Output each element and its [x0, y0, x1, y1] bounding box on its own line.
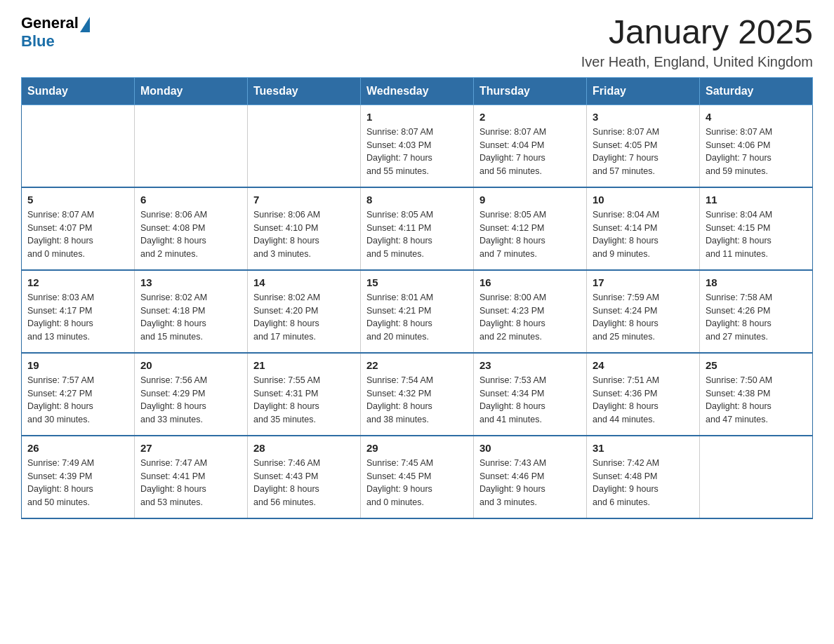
day-info: Sunrise: 7:43 AMSunset: 4:46 PMDaylight:…	[479, 457, 581, 509]
calendar-cell: 14Sunrise: 8:02 AMSunset: 4:20 PMDayligh…	[248, 270, 361, 353]
calendar-cell	[135, 105, 248, 187]
calendar-cell: 10Sunrise: 8:04 AMSunset: 4:14 PMDayligh…	[587, 187, 700, 270]
logo-general-text: General	[21, 14, 79, 32]
day-number: 9	[479, 194, 581, 206]
calendar-cell: 4Sunrise: 8:07 AMSunset: 4:06 PMDaylight…	[700, 105, 813, 187]
day-number: 17	[593, 276, 694, 288]
weekday-header-wednesday: Wednesday	[361, 77, 474, 105]
day-number: 2	[479, 111, 581, 123]
logo-blue-text: Blue	[21, 32, 55, 51]
calendar-cell: 26Sunrise: 7:49 AMSunset: 4:39 PMDayligh…	[22, 436, 135, 518]
day-info: Sunrise: 8:06 AMSunset: 4:08 PMDaylight:…	[140, 208, 241, 261]
day-info: Sunrise: 7:42 AMSunset: 4:48 PMDaylight:…	[593, 457, 694, 509]
day-number: 27	[140, 442, 241, 454]
calendar-cell: 5Sunrise: 8:07 AMSunset: 4:07 PMDaylight…	[22, 187, 135, 270]
calendar-cell: 7Sunrise: 8:06 AMSunset: 4:10 PMDaylight…	[248, 187, 361, 270]
calendar-cell: 16Sunrise: 8:00 AMSunset: 4:23 PMDayligh…	[474, 270, 587, 353]
weekday-header-friday: Friday	[587, 77, 700, 105]
calendar-week-row: 5Sunrise: 8:07 AMSunset: 4:07 PMDaylight…	[22, 187, 813, 270]
calendar-week-row: 1Sunrise: 8:07 AMSunset: 4:03 PMDaylight…	[22, 105, 813, 187]
day-info: Sunrise: 7:59 AMSunset: 4:24 PMDaylight:…	[593, 291, 694, 344]
calendar-cell	[248, 105, 361, 187]
weekday-header-monday: Monday	[135, 77, 248, 105]
day-info: Sunrise: 8:06 AMSunset: 4:10 PMDaylight:…	[253, 208, 355, 261]
day-info: Sunrise: 7:50 AMSunset: 4:38 PMDaylight:…	[706, 374, 807, 427]
day-info: Sunrise: 8:05 AMSunset: 4:11 PMDaylight:…	[366, 208, 468, 261]
calendar-cell: 8Sunrise: 8:05 AMSunset: 4:11 PMDaylight…	[361, 187, 474, 270]
day-number: 11	[706, 194, 807, 206]
calendar-cell: 11Sunrise: 8:04 AMSunset: 4:15 PMDayligh…	[700, 187, 813, 270]
day-number: 13	[140, 276, 241, 288]
day-number: 21	[253, 359, 355, 371]
day-info: Sunrise: 7:51 AMSunset: 4:36 PMDaylight:…	[593, 374, 694, 427]
calendar-week-row: 26Sunrise: 7:49 AMSunset: 4:39 PMDayligh…	[22, 436, 813, 518]
calendar-cell	[700, 436, 813, 518]
day-info: Sunrise: 7:49 AMSunset: 4:39 PMDaylight:…	[27, 457, 128, 509]
day-number: 29	[366, 442, 468, 454]
calendar-cell: 15Sunrise: 8:01 AMSunset: 4:21 PMDayligh…	[361, 270, 474, 353]
day-info: Sunrise: 8:07 AMSunset: 4:04 PMDaylight:…	[479, 126, 581, 178]
calendar-cell: 28Sunrise: 7:46 AMSunset: 4:43 PMDayligh…	[248, 436, 361, 518]
weekday-header-tuesday: Tuesday	[248, 77, 361, 105]
calendar-cell: 13Sunrise: 8:02 AMSunset: 4:18 PMDayligh…	[135, 270, 248, 353]
calendar-week-row: 19Sunrise: 7:57 AMSunset: 4:27 PMDayligh…	[22, 353, 813, 436]
day-number: 31	[593, 442, 694, 454]
calendar-cell: 6Sunrise: 8:06 AMSunset: 4:08 PMDaylight…	[135, 187, 248, 270]
day-info: Sunrise: 8:03 AMSunset: 4:17 PMDaylight:…	[27, 291, 128, 344]
day-number: 23	[479, 359, 581, 371]
calendar-cell: 24Sunrise: 7:51 AMSunset: 4:36 PMDayligh…	[587, 353, 700, 436]
calendar-cell: 3Sunrise: 8:07 AMSunset: 4:05 PMDaylight…	[587, 105, 700, 187]
day-number: 24	[593, 359, 694, 371]
day-number: 8	[366, 194, 468, 206]
day-number: 7	[253, 194, 355, 206]
calendar-cell: 30Sunrise: 7:43 AMSunset: 4:46 PMDayligh…	[474, 436, 587, 518]
day-number: 30	[479, 442, 581, 454]
day-number: 14	[253, 276, 355, 288]
calendar-cell: 27Sunrise: 7:47 AMSunset: 4:41 PMDayligh…	[135, 436, 248, 518]
calendar-title-block: January 2025 Iver Heath, England, United…	[581, 14, 813, 70]
day-info: Sunrise: 7:46 AMSunset: 4:43 PMDaylight:…	[253, 457, 355, 509]
calendar-table: SundayMondayTuesdayWednesdayThursdayFrid…	[21, 77, 813, 519]
day-info: Sunrise: 8:01 AMSunset: 4:21 PMDaylight:…	[366, 291, 468, 344]
day-number: 18	[706, 276, 807, 288]
day-number: 12	[27, 276, 128, 288]
calendar-cell	[22, 105, 135, 187]
weekday-header-thursday: Thursday	[474, 77, 587, 105]
day-info: Sunrise: 7:54 AMSunset: 4:32 PMDaylight:…	[366, 374, 468, 427]
day-number: 10	[593, 194, 694, 206]
logo: General Blue	[21, 14, 90, 51]
day-info: Sunrise: 8:02 AMSunset: 4:18 PMDaylight:…	[140, 291, 241, 344]
calendar-cell: 1Sunrise: 8:07 AMSunset: 4:03 PMDaylight…	[361, 105, 474, 187]
calendar-header-row: SundayMondayTuesdayWednesdayThursdayFrid…	[22, 77, 813, 105]
weekday-header-sunday: Sunday	[22, 77, 135, 105]
day-number: 16	[479, 276, 581, 288]
day-number: 25	[706, 359, 807, 371]
calendar-cell: 12Sunrise: 8:03 AMSunset: 4:17 PMDayligh…	[22, 270, 135, 353]
day-info: Sunrise: 8:07 AMSunset: 4:03 PMDaylight:…	[366, 126, 468, 178]
calendar-cell: 21Sunrise: 7:55 AMSunset: 4:31 PMDayligh…	[248, 353, 361, 436]
day-info: Sunrise: 8:00 AMSunset: 4:23 PMDaylight:…	[479, 291, 581, 344]
day-number: 5	[27, 194, 128, 206]
weekday-header-saturday: Saturday	[700, 77, 813, 105]
day-info: Sunrise: 7:57 AMSunset: 4:27 PMDaylight:…	[27, 374, 128, 427]
calendar-cell: 25Sunrise: 7:50 AMSunset: 4:38 PMDayligh…	[700, 353, 813, 436]
calendar-cell: 2Sunrise: 8:07 AMSunset: 4:04 PMDaylight…	[474, 105, 587, 187]
day-number: 15	[366, 276, 468, 288]
day-info: Sunrise: 7:58 AMSunset: 4:26 PMDaylight:…	[706, 291, 807, 344]
day-info: Sunrise: 7:45 AMSunset: 4:45 PMDaylight:…	[366, 457, 468, 509]
day-info: Sunrise: 7:53 AMSunset: 4:34 PMDaylight:…	[479, 374, 581, 427]
calendar-title: January 2025	[581, 14, 813, 51]
day-info: Sunrise: 8:04 AMSunset: 4:15 PMDaylight:…	[706, 208, 807, 261]
day-info: Sunrise: 7:47 AMSunset: 4:41 PMDaylight:…	[140, 457, 241, 509]
day-info: Sunrise: 8:05 AMSunset: 4:12 PMDaylight:…	[479, 208, 581, 261]
calendar-cell: 22Sunrise: 7:54 AMSunset: 4:32 PMDayligh…	[361, 353, 474, 436]
calendar-cell: 18Sunrise: 7:58 AMSunset: 4:26 PMDayligh…	[700, 270, 813, 353]
day-info: Sunrise: 8:04 AMSunset: 4:14 PMDaylight:…	[593, 208, 694, 261]
day-number: 22	[366, 359, 468, 371]
logo-triangle-icon	[80, 17, 90, 32]
calendar-cell: 9Sunrise: 8:05 AMSunset: 4:12 PMDaylight…	[474, 187, 587, 270]
page-header: General Blue January 2025 Iver Heath, En…	[21, 14, 813, 70]
calendar-cell: 20Sunrise: 7:56 AMSunset: 4:29 PMDayligh…	[135, 353, 248, 436]
day-info: Sunrise: 7:56 AMSunset: 4:29 PMDaylight:…	[140, 374, 241, 427]
day-number: 20	[140, 359, 241, 371]
